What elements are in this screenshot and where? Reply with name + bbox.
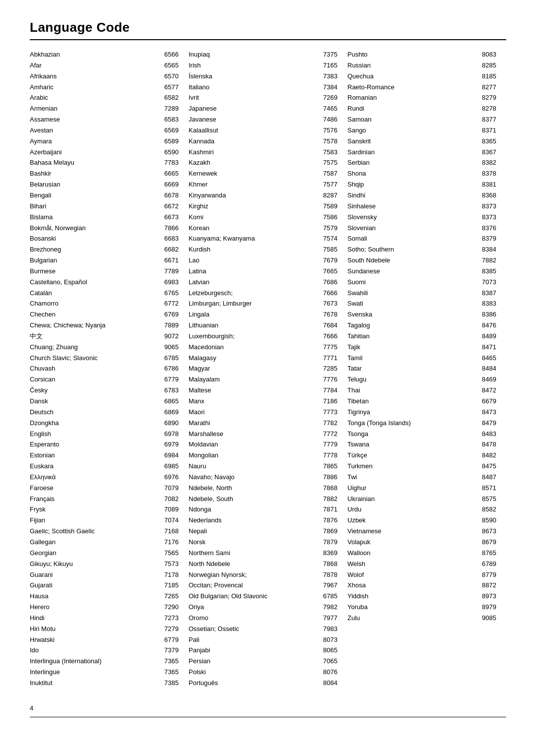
- language-name: Mongolian: [189, 451, 319, 460]
- list-item: Gaelic; Scottish Gaelic7168: [30, 527, 179, 536]
- language-name: Avestan: [30, 126, 160, 135]
- list-item: Persian7065: [189, 657, 337, 666]
- language-code: 7186: [319, 397, 337, 406]
- language-code: 6577: [160, 83, 179, 92]
- language-name: Česky: [30, 386, 160, 395]
- language-code: 7783: [160, 158, 179, 168]
- list-item: Zulu9085: [347, 614, 496, 623]
- list-item: Íslenska7383: [189, 72, 337, 81]
- list-item: Tagalog8476: [347, 321, 496, 330]
- list-item: Gikuyu; Kikuyu7573: [30, 560, 179, 569]
- language-name: Somali: [347, 234, 477, 244]
- language-code: 7889: [160, 321, 179, 330]
- list-item: Tajik8471: [347, 343, 496, 352]
- language-name: Sanskrit: [347, 137, 477, 146]
- language-code: 7778: [319, 451, 337, 460]
- list-item: Kashmiri7583: [189, 148, 337, 157]
- language-code: 7385: [160, 679, 179, 688]
- language-name: Oriya: [189, 603, 319, 612]
- language-code: 8872: [477, 581, 496, 590]
- list-item: South Ndebele7882: [347, 256, 496, 265]
- list-item: Serbian8382: [347, 158, 496, 168]
- language-code: 7289: [160, 104, 179, 114]
- language-code: 7168: [160, 527, 179, 536]
- language-code: 8489: [477, 332, 496, 341]
- language-code: 6779: [160, 635, 179, 645]
- language-name: Chamorro: [30, 299, 160, 309]
- list-item: Chamorro6772: [30, 299, 179, 309]
- list-item: Inuktitut7385: [30, 679, 179, 688]
- language-name: Luxembourgish;: [189, 332, 319, 341]
- language-code: 8385: [477, 267, 496, 276]
- language-code: 7383: [319, 72, 337, 81]
- list-item: Romanian8279: [347, 93, 496, 103]
- language-name: Ndebele, North: [189, 484, 319, 493]
- language-code: 8084: [319, 679, 337, 688]
- language-code: 6783: [160, 386, 179, 395]
- language-name: Português: [189, 679, 319, 688]
- language-code: 8979: [477, 603, 496, 612]
- list-item: Kazakh7575: [189, 158, 337, 168]
- language-name: Marshallese: [189, 430, 319, 439]
- language-name: Polski: [189, 668, 319, 677]
- language-code: 6772: [160, 299, 179, 309]
- language-name: North Ndebele: [189, 560, 319, 569]
- language-name: Yiddish: [347, 592, 477, 601]
- language-code: 6869: [160, 408, 179, 417]
- language-code: 7365: [160, 668, 179, 677]
- language-name: Walloon: [347, 549, 477, 558]
- list-item: Korean7579: [189, 224, 337, 233]
- language-code: 8382: [477, 158, 496, 168]
- language-name: Dzongkha: [30, 419, 160, 428]
- language-code: 7375: [319, 50, 337, 60]
- list-item: 中文9072: [30, 332, 179, 341]
- language-name: Hausa: [30, 592, 160, 601]
- language-name: Moldavian: [189, 440, 319, 449]
- language-code: 7679: [319, 256, 337, 265]
- language-name: Samoan: [347, 115, 477, 125]
- list-item: Tamil8465: [347, 354, 496, 363]
- language-name: Ukrainian: [347, 495, 477, 504]
- list-item: Ελληνικά6976: [30, 473, 179, 482]
- language-name: Persian: [189, 657, 319, 666]
- list-item: Malayalam7776: [189, 375, 337, 384]
- language-code: 8487: [477, 473, 496, 482]
- list-item: Russian8285: [347, 61, 496, 70]
- language-name: Northern Sami: [189, 549, 319, 558]
- list-item: Khmer7577: [189, 180, 337, 189]
- list-item: Ndebele, South7882: [189, 495, 337, 504]
- language-name: Macedonian: [189, 343, 319, 352]
- list-item: Bengali6678: [30, 191, 179, 200]
- language-code: 6672: [160, 202, 179, 211]
- language-code: 8369: [319, 549, 337, 558]
- language-code: 7665: [319, 267, 337, 276]
- language-code: 6785: [160, 354, 179, 363]
- list-item: Vietnamese8673: [347, 527, 496, 536]
- list-item: Deutsch6869: [30, 408, 179, 417]
- language-name: Gikuyu; Kikuyu: [30, 560, 160, 569]
- language-name: Welsh: [347, 560, 477, 569]
- language-name: Bulgarian: [30, 256, 160, 265]
- list-item: Aymara6589: [30, 137, 179, 146]
- language-code: 6683: [160, 234, 179, 244]
- language-name: Kinyarwanda: [189, 191, 319, 200]
- language-code: 8476: [477, 321, 496, 330]
- language-name: Rundi: [347, 104, 477, 114]
- language-name: Bokmål, Norwegian: [30, 224, 160, 233]
- language-code: 7772: [319, 430, 337, 439]
- language-code: 6678: [160, 191, 179, 200]
- language-name: Ossetian; Ossetic: [189, 625, 319, 634]
- language-name: Abkhazian: [30, 50, 160, 60]
- language-code: 7365: [160, 657, 179, 666]
- language-code: 6983: [160, 278, 179, 287]
- language-code: 7868: [319, 484, 337, 493]
- language-name: Uzbek: [347, 516, 477, 525]
- list-item: Moldavian7779: [189, 440, 337, 449]
- list-item: Panjabi8065: [189, 646, 337, 655]
- language-name: Íslenska: [189, 72, 319, 81]
- language-code: 7565: [160, 549, 179, 558]
- language-name: Maltese: [189, 386, 319, 395]
- page-title: Language Code: [30, 20, 506, 35]
- language-name: Amharic: [30, 83, 160, 92]
- language-name: Bashkir: [30, 169, 160, 179]
